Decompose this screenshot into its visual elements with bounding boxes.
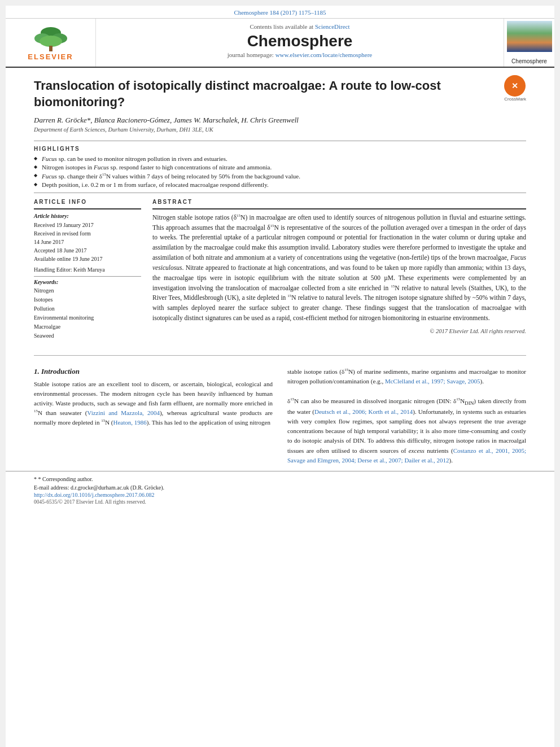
journal-cover-image bbox=[507, 21, 552, 52]
corresponding-author-note: * * Corresponding author. bbox=[34, 475, 526, 483]
highlight-1-text: Fucus bbox=[42, 155, 57, 162]
elsevier-tree-graphic bbox=[25, 24, 76, 53]
intro-right-column: stable isotope ratios (δ15N) of marine s… bbox=[287, 367, 526, 465]
journal-homepage-link[interactable]: www.elsevier.com/locate/chemosphere bbox=[275, 51, 373, 58]
intro-two-col: 1. Introduction Stable isotope ratios ar… bbox=[34, 367, 526, 465]
article-history-title: Article history: bbox=[34, 213, 141, 219]
section-divider-2 bbox=[34, 193, 526, 193]
doi-line: http://dx.doi.org/10.1016/j.chemosphere.… bbox=[34, 492, 526, 498]
journal-citation-bar: Chemosphere 184 (2017) 1175–1185 bbox=[6, 6, 554, 19]
doi-link[interactable]: http://dx.doi.org/10.1016/j.chemosphere.… bbox=[34, 492, 154, 498]
highlight-item-1: Fucus sp. can be used to monitor nitroge… bbox=[34, 155, 526, 162]
info-divider bbox=[34, 276, 141, 277]
journal-title-area: Contents lists available at ScienceDirec… bbox=[96, 19, 504, 67]
article-content: ✕ CrossMark Translocation of isotopicall… bbox=[6, 68, 554, 352]
journal-citation: Chemosphere 184 (2017) 1175–1185 bbox=[234, 9, 326, 16]
footnote-area: * * Corresponding author. E-mail address… bbox=[6, 471, 554, 507]
email-line: E-mail address: d.r.grocke@durham.ac.uk … bbox=[34, 483, 526, 492]
highlight-item-3: Fucus sp. change their δ15N values withi… bbox=[34, 172, 526, 180]
crossmark-icon: ✕ bbox=[504, 75, 526, 97]
introduction-section: 1. Introduction Stable isotope ratios ar… bbox=[6, 367, 554, 465]
license-line: 0045-6535/© 2017 Elsevier Ltd. All right… bbox=[34, 499, 526, 505]
journal-homepage-line: journal homepage: www.elsevier.com/locat… bbox=[102, 51, 498, 58]
journal-header: ELSEVIER Contents lists available at Sci… bbox=[6, 19, 554, 68]
journal-cover-thumb bbox=[507, 21, 552, 52]
abstract-content: Nitrogen stable isotope ratios (δ15N) in… bbox=[152, 208, 526, 334]
highlight-item-2: Nitrogen isotopes in Fucus sp. respond f… bbox=[34, 164, 526, 171]
highlights-heading: HIGHLIGHTS bbox=[34, 146, 526, 152]
handling-editor: Handling Editor: Keith Maruya bbox=[34, 267, 141, 273]
copyright-text: © 2017 Elsevier Ltd. All rights reserved… bbox=[152, 328, 526, 334]
publisher-logo-area: ELSEVIER bbox=[6, 19, 96, 67]
intro-paragraph-left: Stable isotope ratios are an excellent t… bbox=[34, 379, 273, 427]
email-link[interactable]: d.r.grocke@durham.ac.uk bbox=[71, 484, 129, 491]
keywords-list: NitrogenIsotopesPollutionEnvironmental m… bbox=[34, 286, 141, 340]
section-main-divider bbox=[34, 355, 526, 356]
svg-point-3 bbox=[40, 36, 62, 47]
highlights-list: Fucus sp. can be used to monitor nitroge… bbox=[34, 155, 526, 188]
section-divider-1 bbox=[34, 141, 526, 141]
keywords-title: Keywords: bbox=[34, 279, 141, 285]
ref-costanzo[interactable]: Costanzo et al., 2001, 2005; Savage and … bbox=[287, 447, 526, 464]
article-info-column: ARTICLE INFO Article history: Received 1… bbox=[34, 199, 141, 340]
page: Chemosphere 184 (2017) 1175–1185 ELSEVIE… bbox=[6, 6, 554, 747]
journal-thumbnail-area: Chemosphere bbox=[504, 19, 554, 67]
article-info-block: Article history: Received 19 January 201… bbox=[34, 208, 141, 340]
svg-rect-4 bbox=[49, 46, 53, 51]
ref-mcclelland[interactable]: McClelland et al., 1997; Savage, 2005 bbox=[385, 378, 480, 385]
title-area: ✕ CrossMark Translocation of isotopicall… bbox=[34, 78, 526, 110]
crossmark-area: ✕ CrossMark bbox=[504, 75, 526, 102]
journal-title: Chemosphere bbox=[102, 32, 498, 50]
article-received: Received 19 January 2017 Received in rev… bbox=[34, 221, 141, 263]
highlight-2-fucus: Fucus bbox=[94, 164, 109, 171]
elsevier-wordmark: ELSEVIER bbox=[28, 53, 73, 61]
intro-paragraph-right-2: δ15N can also be measured in dissolved i… bbox=[287, 396, 526, 465]
science-direct-link[interactable]: ScienceDirect bbox=[315, 23, 350, 30]
abstract-column: ABSTRACT Nitrogen stable isotope ratios … bbox=[152, 199, 526, 340]
intro-left-column: 1. Introduction Stable isotope ratios ar… bbox=[34, 367, 273, 465]
intro-heading: 1. Introduction bbox=[34, 367, 273, 376]
abstract-label: ABSTRACT bbox=[152, 199, 526, 205]
article-info-abstract: ARTICLE INFO Article history: Received 1… bbox=[34, 199, 526, 340]
science-direct-text: Contents lists available at ScienceDirec… bbox=[102, 23, 498, 30]
intro-paragraph-right-1: stable isotope ratios (δ15N) of marine s… bbox=[287, 367, 526, 386]
highlight-item-4: Depth position, i.e. 0.2 m or 1 m from s… bbox=[34, 181, 526, 188]
ref-vizzini[interactable]: Vizzini and Mazzola, 2004 bbox=[87, 409, 160, 416]
affiliation-line: Department of Earth Sciences, Durham Uni… bbox=[34, 126, 526, 133]
abstract-paragraph: Nitrogen stable isotope ratios (δ15N) in… bbox=[152, 213, 526, 324]
ref-heaton[interactable]: Heaton, 1986 bbox=[113, 419, 147, 426]
journal-thumb-label: Chemosphere bbox=[511, 58, 547, 64]
authors-line: Darren R. Gröcke*, Blanca Racionero-Góme… bbox=[34, 116, 526, 125]
article-title: Translocation of isotopically distinct m… bbox=[34, 78, 526, 110]
ref-deutsch[interactable]: Deutsch et al., 2006; Korth et al., 2014 bbox=[314, 408, 413, 415]
article-info-label: ARTICLE INFO bbox=[34, 199, 141, 205]
highlight-3-fucus: Fucus bbox=[42, 173, 57, 180]
